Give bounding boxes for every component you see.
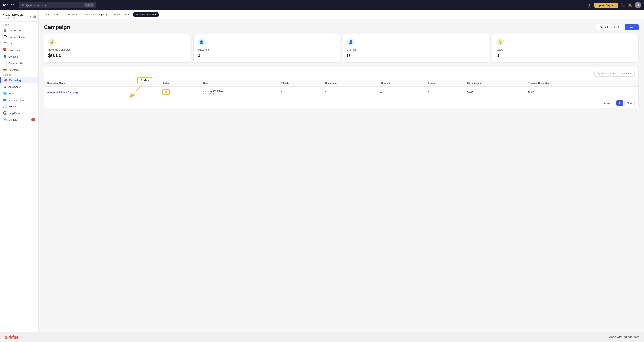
guidde-logo: guidde. bbox=[5, 335, 20, 340]
start-date: January 22, 2024 bbox=[203, 90, 274, 93]
workspace-info: Dunder Mifflin (D... Scranton, PA bbox=[3, 14, 28, 19]
subnav-affiliate-manager[interactable]: Affiliate Manager ▾ bbox=[133, 12, 159, 17]
support-button[interactable]: topline Support bbox=[594, 3, 618, 8]
sidebar-item-label: Reporting bbox=[8, 105, 19, 108]
subnav-emails[interactable]: Emails ▾ bbox=[65, 12, 80, 17]
sidebar-item-marketing[interactable]: 📣 Marketing bbox=[0, 77, 38, 84]
contacts-icon: 👤 bbox=[3, 55, 6, 58]
cell-campaign-name: Awesome Affiliate Campaign bbox=[44, 87, 159, 98]
col-leads: Leads bbox=[425, 80, 464, 87]
sidebar-item-label: Mailfold bbox=[8, 118, 17, 121]
stat-label: Revenue Generated bbox=[48, 48, 186, 51]
sidebar-item-tasks[interactable]: ☑ Tasks bbox=[0, 40, 38, 47]
campaign-table: Campaign Name Status Start Affiliate Cus… bbox=[44, 80, 638, 98]
sidebar-item-calendars[interactable]: 📅 Calendars bbox=[0, 47, 38, 53]
stat-card-revenue: 💰 Revenue Generated $0.00 bbox=[44, 34, 190, 63]
col-status: Status bbox=[159, 80, 200, 87]
churned-icon: 👤 bbox=[347, 38, 354, 46]
sidebar-item-label: Calendars bbox=[8, 49, 20, 52]
search-placeholder: Quick search here bbox=[26, 4, 47, 7]
chevron-down-icon: ▾ bbox=[155, 13, 156, 16]
col-campaign-name: Campaign Name bbox=[44, 80, 159, 87]
sidebar-item-label: Sites bbox=[8, 92, 14, 95]
search-icon: 🔍 bbox=[597, 72, 600, 75]
subnav-social-planner[interactable]: Social Planner bbox=[42, 12, 64, 17]
help-desk-icon: 🎧 bbox=[3, 111, 6, 115]
guidde-tagline: Made with guidde.com bbox=[608, 335, 639, 339]
chevron-down-icon: ▾ bbox=[128, 13, 129, 16]
customers-icon: 👤 bbox=[198, 38, 205, 46]
opportunities-icon: 📊 bbox=[3, 62, 6, 65]
submit-feedback-button[interactable]: Submit Feedback bbox=[597, 24, 623, 30]
avatar[interactable]: U bbox=[635, 2, 641, 8]
sidebar-item-label: Dashboard bbox=[8, 29, 21, 32]
col-customers: Customers bbox=[322, 80, 378, 87]
stat-value: 0 bbox=[496, 52, 634, 59]
subnav-label: Emails bbox=[68, 13, 75, 16]
sidebar-item-payments[interactable]: 💳 Payments bbox=[0, 67, 38, 73]
table-toolbar: 🔍 Search with first, last name bbox=[44, 68, 638, 80]
stat-label: Leads bbox=[496, 48, 634, 51]
campaign-link[interactable]: Awesome Affiliate Campaign bbox=[47, 91, 79, 94]
lightning-icon[interactable]: ⚡ bbox=[587, 3, 592, 7]
sidebar-item-label: Contacts bbox=[8, 55, 18, 58]
subnav-label: Templates (Snippets) bbox=[83, 13, 107, 16]
sidebar-item-label: Automation bbox=[8, 85, 21, 88]
subnav-label: Affiliate Manager bbox=[136, 13, 154, 16]
sidebar-item-opportunities[interactable]: 📊 Opportunities bbox=[0, 60, 38, 67]
sidebar-item-memberships[interactable]: 👥 Memberships bbox=[0, 97, 38, 103]
cell-more-actions[interactable]: ⋮ bbox=[609, 87, 638, 98]
memberships-icon: 👥 bbox=[3, 98, 6, 102]
page-header: Campaign Submit Feedback + Add bbox=[44, 24, 638, 30]
current-page-button[interactable]: 1 bbox=[616, 100, 623, 106]
sidebar-item-dashboard[interactable]: ▦ Dashboard bbox=[0, 27, 38, 34]
search-placeholder-text: Search with first, last name bbox=[602, 72, 632, 75]
cell-commission: $0.00 bbox=[464, 87, 525, 98]
sidebar-item-mailfold[interactable]: 📧 Mailfold 13 bbox=[0, 116, 38, 123]
sidebar-item-automation[interactable]: ⚙ Automation bbox=[0, 84, 38, 90]
bell-icon[interactable]: 🔔 bbox=[628, 3, 632, 7]
previous-page-button[interactable]: Previous bbox=[600, 100, 615, 106]
cell-customers: 0 bbox=[322, 87, 378, 98]
stat-label: Churned bbox=[347, 48, 485, 51]
calendars-icon: 📅 bbox=[3, 48, 6, 52]
status-indicator: ⏸ bbox=[162, 89, 170, 95]
search-bar[interactable]: 🔍 Quick search here Ctrl + K bbox=[19, 2, 96, 8]
app-layout: Dunder Mifflin (D... Scranton, PA ▼ ⊟ Ap… bbox=[0, 10, 644, 332]
col-actions bbox=[609, 80, 638, 87]
sidebar-item-conversations[interactable]: 💬 Conversations bbox=[0, 34, 38, 40]
phone-icon[interactable]: 📞 bbox=[621, 3, 625, 7]
page-body: Campaign Submit Feedback + Add 💰 Revenue… bbox=[38, 19, 644, 332]
cell-revenue: $0.00 bbox=[525, 87, 609, 98]
sidebar-item-sites[interactable]: 🌐 Sites bbox=[0, 90, 38, 97]
sidebar-item-contacts[interactable]: 👤 Contacts bbox=[0, 53, 38, 60]
sidebar-toggle-icon[interactable]: ⊟ bbox=[33, 15, 36, 18]
topnav: topline 🔍 Quick search here Ctrl + K ⚡ t… bbox=[0, 0, 644, 10]
subnav-templates[interactable]: Templates (Snippets) bbox=[80, 12, 110, 17]
main-content: Social Planner Emails ▾ Templates (Snipp… bbox=[38, 10, 644, 332]
col-start: Start bbox=[200, 80, 278, 87]
leads-icon: 💡 bbox=[496, 38, 504, 46]
next-page-button[interactable]: Next bbox=[624, 100, 634, 106]
dashboard-icon: ▦ bbox=[3, 29, 6, 32]
subnav-label: Trigger Links bbox=[113, 13, 128, 16]
add-button[interactable]: + Add bbox=[625, 24, 638, 30]
pause-icon: ⏸ bbox=[164, 90, 168, 94]
sidebar-item-help-desk[interactable]: 🎧 Help Desk bbox=[0, 110, 38, 116]
workspace-selector[interactable]: Dunder Mifflin (D... Scranton, PA ▼ ⊟ bbox=[0, 12, 38, 22]
cell-churned: 0 bbox=[378, 87, 425, 98]
workspace-location: Scranton, PA bbox=[3, 17, 28, 19]
topnav-right: ⚡ topline Support 📞 🔔 U bbox=[587, 2, 641, 8]
sidebar: Dunder Mifflin (D... Scranton, PA ▼ ⊟ Ap… bbox=[0, 10, 38, 332]
sidebar-item-label: Memberships bbox=[8, 99, 24, 101]
cell-start: January 22, 2024 03:36 PM (EST) bbox=[200, 87, 278, 98]
sidebar-item-reporting[interactable]: 📈 Reporting bbox=[0, 103, 38, 110]
workspace-name: Dunder Mifflin (D... bbox=[3, 14, 28, 17]
chevron-down-icon: ▾ bbox=[76, 13, 77, 16]
stat-card-leads: 💡 Leads 0 bbox=[492, 34, 638, 63]
subnav-label: Social Planner bbox=[45, 13, 62, 16]
stat-card-customers: 👤 Customers 0 bbox=[194, 34, 340, 63]
mailfold-badge: 13 bbox=[31, 118, 35, 121]
subnav-trigger-links[interactable]: Trigger Links ▾ bbox=[110, 12, 132, 17]
table-search[interactable]: 🔍 Search with first, last name bbox=[594, 71, 634, 77]
